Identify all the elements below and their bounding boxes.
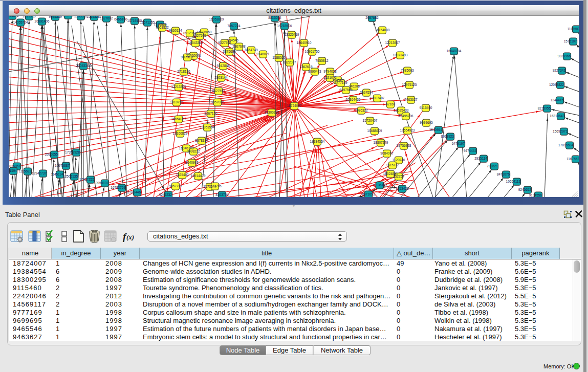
svg-text:1753426: 1753426	[396, 187, 409, 190]
svg-text:2803144: 2803144	[214, 76, 228, 79]
svg-text:391594: 391594	[9, 169, 17, 172]
svg-text:16495796: 16495796	[399, 114, 413, 118]
svg-text:1120746: 1120746	[393, 158, 405, 162]
svg-text:1640993: 1640993	[185, 161, 199, 164]
svg-text:3498222: 3498222	[187, 149, 200, 153]
svg-text:7463627: 7463627	[404, 98, 418, 101]
svg-text:9327505: 9327505	[193, 34, 206, 37]
svg-text:18807249: 18807249	[374, 141, 388, 144]
svg-text:7955812: 7955812	[315, 59, 329, 62]
svg-text:1575107: 1575107	[564, 39, 577, 43]
svg-text:9227342: 9227342	[553, 69, 566, 72]
svg-text:10961755: 10961755	[305, 50, 320, 53]
svg-text:12093822: 12093822	[549, 83, 564, 86]
svg-text:8471676: 8471676	[497, 172, 510, 176]
svg-text:13325419: 13325419	[285, 33, 299, 36]
svg-text:9134556: 9134556	[529, 193, 542, 197]
svg-text:(x): (x)	[126, 233, 134, 241]
svg-text:9146821: 9146821	[256, 52, 270, 56]
svg-text:9245232: 9245232	[159, 193, 172, 196]
svg-text:10975887: 10975887	[55, 164, 70, 167]
svg-text:19756928: 19756928	[397, 144, 411, 147]
svg-text:2020655: 2020655	[45, 152, 58, 156]
svg-text:16210643: 16210643	[550, 114, 564, 118]
svg-text:6479197: 6479197	[452, 142, 465, 145]
svg-text:8454749: 8454749	[245, 48, 258, 52]
svg-text:17957255: 17957255	[79, 178, 94, 181]
svg-text:17016504: 17016504	[558, 143, 573, 147]
svg-text:1588520: 1588520	[272, 56, 286, 59]
svg-text:10654112: 10654112	[506, 180, 521, 183]
svg-text:16914479: 16914479	[191, 174, 206, 178]
svg-text:9474444: 9474444	[464, 149, 477, 152]
svg-text:1405572: 1405572	[9, 16, 19, 17]
svg-text:14055724: 14055724	[13, 20, 28, 24]
svg-text:9084067: 9084067	[380, 151, 394, 155]
svg-text:9660124: 9660124	[169, 29, 182, 32]
svg-text:1244415: 1244415	[551, 98, 564, 102]
svg-text:19384554: 19384554	[310, 140, 325, 143]
svg-text:6466160: 6466160	[114, 17, 127, 21]
svg-text:1115682: 1115682	[19, 169, 32, 173]
svg-text:18937714: 18937714	[61, 16, 76, 17]
svg-text:9899612: 9899612	[181, 55, 194, 59]
svg-text:8427552: 8427552	[212, 89, 225, 93]
svg-text:19218506: 19218506	[277, 24, 292, 28]
svg-text:854546: 854546	[227, 38, 238, 42]
svg-text:1145194: 1145194	[51, 172, 63, 176]
svg-text:62160: 62160	[386, 102, 395, 106]
svg-text:10973493: 10973493	[393, 53, 408, 57]
svg-text:8322037: 8322037	[283, 60, 296, 64]
svg-text:12975125: 12975125	[402, 83, 417, 86]
svg-text:783621: 783621	[487, 164, 498, 168]
svg-text:2718126: 2718126	[177, 70, 190, 73]
svg-text:9245652: 9245652	[518, 188, 532, 191]
svg-text:16053809: 16053809	[209, 17, 224, 21]
svg-text:8813054: 8813054	[268, 16, 281, 19]
svg-text:8215955: 8215955	[538, 106, 551, 110]
svg-text:1615132: 1615132	[386, 163, 399, 167]
svg-text:6497568: 6497568	[339, 88, 353, 92]
svg-text:8471051: 8471051	[362, 192, 375, 196]
svg-text:1167553: 1167553	[567, 157, 579, 161]
svg-text:16543362: 16543362	[188, 41, 203, 45]
svg-text:7857224: 7857224	[227, 24, 241, 28]
svg-text:16648784: 16648784	[447, 49, 462, 53]
svg-text:3267150: 3267150	[204, 112, 217, 115]
svg-text:19166829: 19166829	[173, 132, 188, 135]
svg-text:252254: 252254	[393, 174, 404, 178]
svg-text:2105332: 2105332	[74, 16, 88, 18]
svg-text:16782759: 16782759	[111, 186, 125, 189]
svg-text:8938923: 8938923	[441, 135, 454, 138]
svg-text:1640954: 1640954	[429, 128, 443, 132]
svg-text:9777169: 9777169	[334, 81, 347, 84]
svg-text:15226058: 15226058	[197, 30, 212, 34]
svg-text:8878334: 8878334	[195, 139, 208, 142]
svg-text:3624554: 3624554	[360, 91, 373, 94]
svg-text:9857791: 9857791	[169, 184, 182, 188]
svg-text:2935114: 2935114	[474, 157, 487, 160]
svg-text:18640910: 18640910	[297, 41, 312, 45]
svg-text:16654961: 16654961	[171, 117, 186, 121]
svg-text:12213369: 12213369	[171, 85, 186, 89]
svg-text:8990443: 8990443	[308, 70, 321, 73]
svg-text:9595339: 9595339	[49, 16, 62, 18]
svg-text:9242848: 9242848	[216, 64, 230, 68]
svg-text:17359928: 17359928	[65, 150, 80, 154]
svg-text:10688609: 10688609	[367, 129, 382, 133]
svg-text:16671355: 16671355	[140, 20, 155, 24]
svg-text:7663822: 7663822	[156, 26, 169, 29]
svg-text:12942737: 12942737	[32, 171, 47, 175]
svg-text:20364436: 20364436	[346, 98, 361, 101]
svg-text:15692971: 15692971	[553, 129, 568, 133]
svg-text:9957006: 9957006	[211, 100, 224, 104]
svg-text:2087682: 2087682	[365, 16, 379, 19]
svg-text:18724007: 18724007	[287, 104, 302, 107]
svg-text:9115460: 9115460	[420, 106, 432, 110]
svg-text:746206: 746206	[349, 84, 360, 88]
svg-text:1527602: 1527602	[100, 16, 113, 20]
svg-text:20053346: 20053346	[76, 64, 91, 68]
svg-text:20691406: 20691406	[35, 19, 50, 23]
svg-text:10807487: 10807487	[370, 96, 385, 100]
svg-text:12505135: 12505135	[63, 174, 78, 178]
